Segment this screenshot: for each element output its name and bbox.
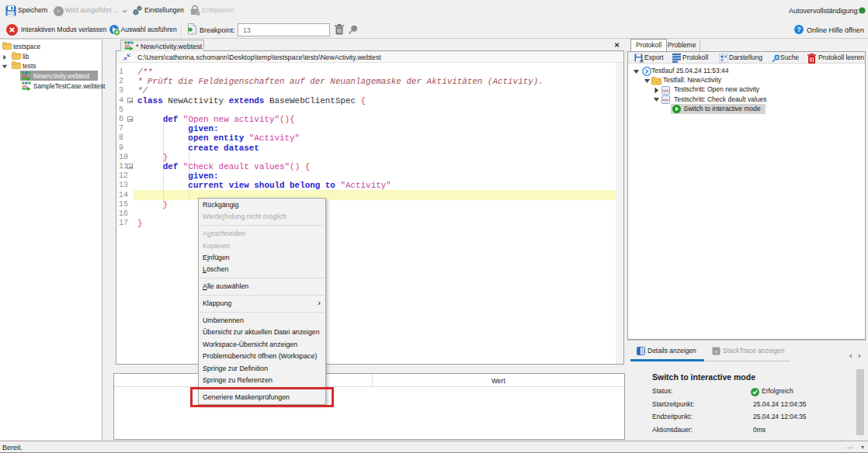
svg-text:</>: </> [663,88,669,93]
svg-text:?: ? [797,26,801,33]
svg-text:</>: </> [663,98,669,102]
svg-text:s/n: s/n [125,44,130,48]
svg-text:st: st [715,349,719,354]
svg-text:s/n: s/n [23,85,28,88]
svg-text:s/n: s/n [23,74,28,78]
